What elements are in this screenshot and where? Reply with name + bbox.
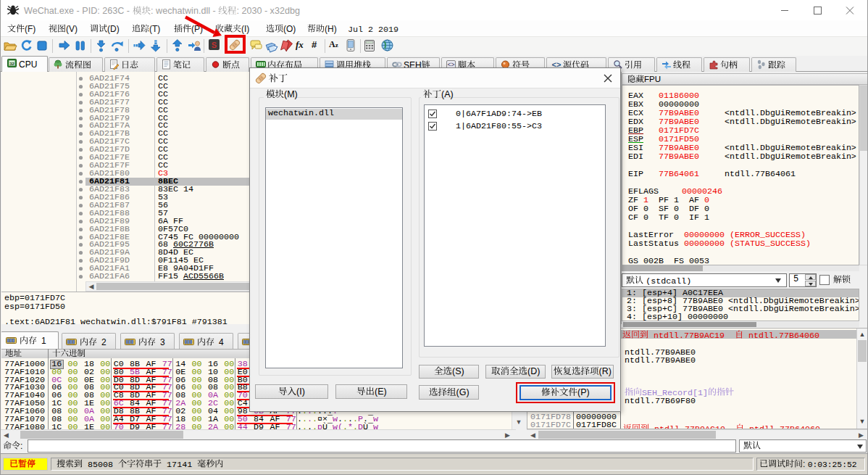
svg-text:(S): (S)	[452, 366, 464, 376]
svg-text::: :	[803, 459, 808, 469]
svg-text:(E): (E)	[375, 387, 387, 397]
svg-text::: :	[20, 440, 22, 450]
svg-text:(R): (R)	[599, 366, 612, 376]
svg-text:ntdll.77B9AC19: ntdll.77B9AC19	[648, 331, 735, 341]
svg-text:(V): (V)	[66, 24, 78, 34]
svg-text:ntdll.77B64060: ntdll.77B64060	[743, 331, 819, 341]
svg-text:Jul 2 2019: Jul 2 2019	[348, 25, 398, 35]
svg-text:(O): (O)	[283, 24, 296, 34]
svg-text:(M): (M)	[284, 89, 298, 99]
svg-text:ntdll.77B9AC19: ntdll.77B9AC19	[649, 424, 735, 429]
svg-text:WeChat.exe - PID: 263C -: WeChat.exe - PID: 263C -	[24, 6, 133, 16]
svg-text:ntdll.77B64060: ntdll.77B64060	[744, 424, 820, 429]
svg-text:(D): (D)	[107, 24, 120, 34]
svg-text:(I): (I)	[296, 387, 305, 397]
svg-text:(T): (T)	[149, 24, 160, 34]
svg-text:: 2030 - x32dbg: : 2030 - x32dbg	[236, 6, 300, 16]
svg-text:(stdcall): (stdcall)	[646, 276, 691, 286]
svg-text:(G): (G)	[456, 387, 469, 397]
svg-text:(H): (H)	[325, 24, 337, 34]
svg-text:85008: 85008	[83, 460, 118, 470]
svg-text:(F): (F)	[25, 24, 36, 34]
svg-text:ntdll.77B9ABE0: ntdll.77B9ABE0	[625, 355, 696, 365]
svg-text:(D): (D)	[527, 366, 540, 376]
svg-text:17141: 17141	[162, 460, 197, 470]
svg-text:S: S	[212, 41, 217, 49]
svg-text:ntdll.77B69F80: ntdll.77B69F80	[625, 396, 696, 406]
svg-text:(I): (I)	[241, 24, 249, 34]
svg-text:32: 32	[9, 62, 14, 66]
svg-text:FPU: FPU	[644, 75, 661, 83]
svg-text:0:03:25:52: 0:03:25:52	[808, 460, 857, 469]
svg-text:(A): (A)	[441, 89, 454, 99]
